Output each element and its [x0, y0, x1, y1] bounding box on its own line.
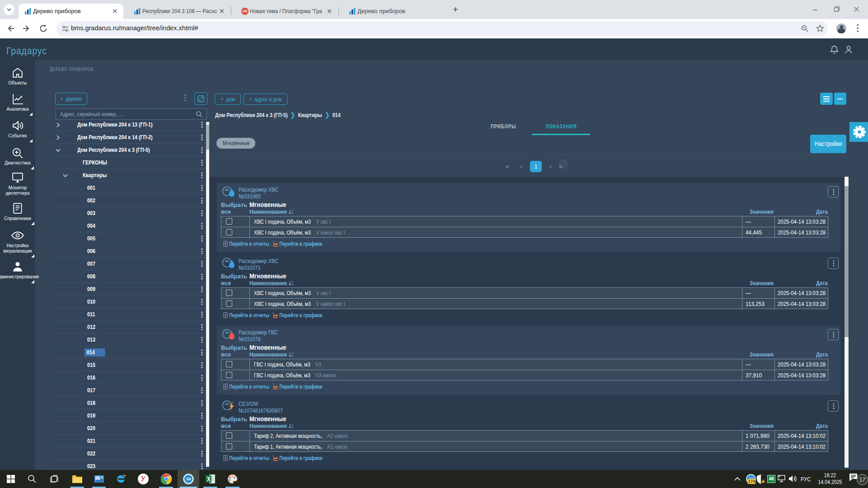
svg-text:Z: Z: [291, 281, 293, 283]
svg-text:000: 000: [225, 403, 229, 405]
svg-text:Z: Z: [291, 423, 293, 426]
svg-text:A: A: [291, 426, 293, 429]
svg-text:A: A: [291, 212, 293, 215]
svg-text:000: 000: [225, 260, 229, 263]
svg-text:Z: Z: [291, 209, 293, 212]
svg-text:!: !: [763, 480, 764, 483]
svg-text:000: 000: [225, 331, 229, 334]
svg-text:A: A: [291, 283, 293, 286]
svg-text:A: A: [291, 355, 293, 357]
svg-text:Z: Z: [291, 352, 293, 355]
svg-text:000: 000: [225, 188, 229, 191]
